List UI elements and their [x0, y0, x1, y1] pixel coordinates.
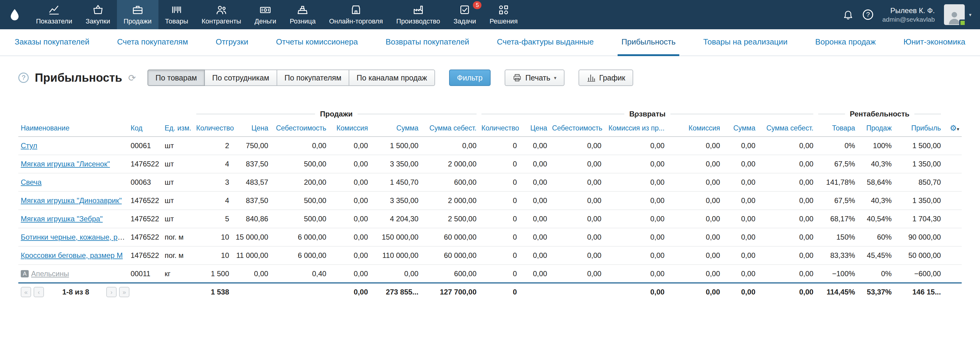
- col-header-qty[interactable]: Количество: [194, 120, 232, 136]
- table-row[interactable]: Мягкая игрушка "Динозаврик" 1476522 шт 4…: [18, 192, 962, 210]
- user-menu-caret-icon[interactable]: ▾: [969, 12, 972, 18]
- view-toggle-button[interactable]: По товарам: [148, 70, 205, 86]
- col-header-unit[interactable]: Ед. изм.: [162, 120, 194, 136]
- cell-qty: 3: [194, 173, 232, 192]
- nav-item-proizvodstvo[interactable]: Производство: [390, 0, 447, 29]
- view-toggle-button[interactable]: По каналам продаж: [348, 70, 435, 86]
- tab[interactable]: Счета покупателям: [113, 29, 191, 56]
- product-link[interactable]: Апельсины: [31, 269, 69, 278]
- col-header-return-sum[interactable]: Сумма: [722, 120, 758, 136]
- last-page-button[interactable]: »: [119, 287, 129, 297]
- cell-profit: 850,70: [894, 173, 943, 192]
- app-logo[interactable]: [0, 0, 29, 29]
- tab[interactable]: Возвраты покупателей: [382, 29, 473, 56]
- cell-cost: 6 000,00: [271, 246, 329, 265]
- refresh-icon[interactable]: ⟳: [128, 73, 136, 83]
- col-header-return-price[interactable]: Цена: [519, 120, 549, 136]
- checklist-icon: [459, 4, 471, 16]
- nav-item-roznica[interactable]: Розница: [283, 0, 322, 29]
- product-link[interactable]: Ботинки черные, кожаные, раз...: [21, 233, 128, 241]
- table-row[interactable]: ААпельсины 00011 кг 1 500 0,00 0,40 0,00…: [18, 265, 962, 283]
- cell-margin-sales: 0%: [858, 265, 894, 283]
- nav-item-prodazhi[interactable]: Продажи: [117, 0, 158, 29]
- cell-cost: 0,00: [271, 136, 329, 155]
- cell-commission: 0,00: [329, 228, 370, 246]
- cell-code: 00011: [128, 265, 162, 283]
- cell-return-cost: 0,00: [549, 265, 604, 283]
- product-link[interactable]: Стул: [21, 141, 37, 150]
- shopping-basket-icon: [92, 4, 104, 16]
- cell-price: 837,50: [232, 192, 271, 210]
- group-profitability: Рентабельность: [818, 110, 940, 118]
- view-toggle-button[interactable]: По сотрудникам: [204, 70, 277, 86]
- nav-item-online-torgovlya[interactable]: Онлайн-торговля: [322, 0, 390, 29]
- tab[interactable]: Юнит-экономика: [900, 29, 969, 56]
- nav-item-tovary[interactable]: Товары: [158, 0, 195, 29]
- col-header-name[interactable]: Наименование: [18, 120, 128, 136]
- view-toggle-button[interactable]: По покупателям: [277, 70, 349, 86]
- help-icon[interactable]: ?: [863, 10, 873, 20]
- tab[interactable]: Отгрузки: [212, 29, 252, 56]
- col-header-return-sum-cost[interactable]: Сумма себест.: [758, 120, 816, 136]
- filter-button[interactable]: Фильтр: [449, 70, 491, 86]
- product-link[interactable]: Мягкая игрушка "Динозаврик": [21, 196, 122, 204]
- cell-margin-goods: −100%: [816, 265, 857, 283]
- col-header-sum-cost[interactable]: Сумма себест.: [421, 120, 479, 136]
- page-help-icon[interactable]: ?: [18, 73, 29, 83]
- table-row[interactable]: Ботинки черные, кожаные, раз... 1476522 …: [18, 228, 962, 246]
- col-header-margin-goods[interactable]: Товара: [816, 120, 857, 136]
- product-link[interactable]: Мягкая игрушка "Лисенок": [21, 160, 110, 168]
- column-settings-caret-icon: ▾: [957, 127, 959, 132]
- notifications-bell-icon[interactable]: [843, 9, 854, 20]
- table-row[interactable]: Кроссовки беговые, размер М 1476522 пог.…: [18, 246, 962, 265]
- table-row[interactable]: Свеча 00063 шт 3 483,57 200,00 0,00 1 45…: [18, 173, 962, 192]
- avatar[interactable]: [944, 4, 965, 25]
- nav-item-pokazateli[interactable]: Показатели: [29, 0, 79, 29]
- cell-gear-spacer: [943, 155, 962, 173]
- tab[interactable]: Отчеты комиссионера: [272, 29, 361, 56]
- nav-item-dengi[interactable]: Деньги: [248, 0, 283, 29]
- nav-label: Деньги: [255, 17, 276, 25]
- cell-return-commission: 0,00: [667, 265, 722, 283]
- col-header-return-commission[interactable]: Комиссия: [667, 120, 722, 136]
- tab[interactable]: Прибыльность: [617, 29, 679, 56]
- total-commission: 0,00: [329, 283, 370, 301]
- cell-commission-from-sales: 0,00: [604, 228, 667, 246]
- tab[interactable]: Воронка продаж: [811, 29, 879, 56]
- product-link[interactable]: Мягкая игрушка "Зебра": [21, 215, 103, 223]
- print-button[interactable]: Печать ▾: [505, 70, 565, 86]
- next-page-button[interactable]: ›: [106, 287, 117, 297]
- table-row[interactable]: Мягкая игрушка "Лисенок" 1476522 шт 4 83…: [18, 155, 962, 173]
- cell-price: 0,00: [232, 265, 271, 283]
- col-header-code[interactable]: Код: [128, 120, 162, 136]
- col-header-price[interactable]: Цена: [232, 120, 271, 136]
- nav-item-kontragenty[interactable]: Контрагенты: [195, 0, 248, 29]
- nav-item-resheniya[interactable]: Решения: [483, 0, 524, 29]
- table-row[interactable]: Стул 00061 шт 2 750,00 0,00 0,00 1 500,0…: [18, 136, 962, 155]
- page-title: Прибыльность: [35, 71, 122, 84]
- col-header-return-qty[interactable]: Количество: [479, 120, 519, 136]
- col-header-margin-sales[interactable]: Продаж: [858, 120, 894, 136]
- tab[interactable]: Товары на реализации: [700, 29, 791, 56]
- main-nav: Показатели Закупки Продажи Товары Контра…: [29, 0, 525, 29]
- product-link[interactable]: Кроссовки беговые, размер М: [21, 251, 123, 260]
- nav-item-zadachi[interactable]: 5 Задачи: [447, 0, 483, 29]
- product-link[interactable]: Свеча: [21, 178, 41, 186]
- tab[interactable]: Счета-фактуры выданные: [493, 29, 597, 56]
- col-header-profit[interactable]: Прибыль: [894, 120, 943, 136]
- first-page-button[interactable]: «: [21, 287, 31, 297]
- col-header-return-cost[interactable]: Себестоимость: [549, 120, 604, 136]
- tab[interactable]: Заказы покупателей: [11, 29, 93, 56]
- col-header-commission-from-sales[interactable]: ▾Комиссия из пр...: [604, 120, 667, 136]
- chart-button[interactable]: График: [579, 70, 633, 86]
- user-block[interactable]: Рылеев К. Ф. admin@sevkavlab: [882, 6, 935, 24]
- table-row[interactable]: Мягкая игрушка "Зебра" 1476522 шт 5 840,…: [18, 210, 962, 228]
- col-header-cost[interactable]: Себестоимость: [271, 120, 329, 136]
- prev-page-button[interactable]: ‹: [33, 287, 44, 297]
- banknote-icon: [259, 4, 271, 16]
- column-settings[interactable]: ⚙▾: [943, 120, 962, 136]
- total-qty: 1 538: [194, 283, 232, 301]
- col-header-commission[interactable]: Комиссия: [329, 120, 370, 136]
- nav-item-zakupki[interactable]: Закупки: [79, 0, 117, 29]
- col-header-sum[interactable]: Сумма: [370, 120, 421, 136]
